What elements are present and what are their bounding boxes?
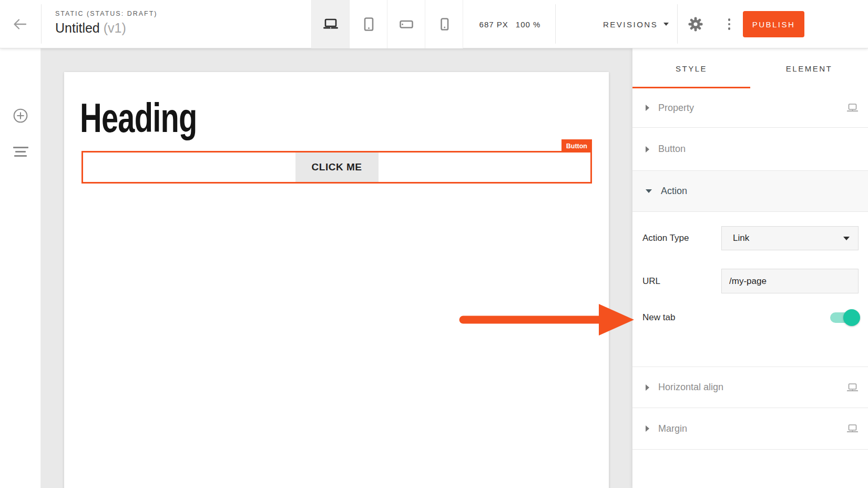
section-label: Horizontal align [658,382,723,393]
new-tab-label: New tab [642,312,721,323]
new-tab-field: New tab [642,304,859,331]
chevron-right-icon [646,384,649,391]
click-me-button[interactable]: CLICK ME [295,152,379,182]
revisions-dropdown-button[interactable]: REVISIONS [603,0,669,48]
url-field: URL [642,269,859,293]
zoom-level-value: 100 % [516,20,541,29]
section-horizontal-align[interactable]: Horizontal align [632,367,868,408]
divider [555,4,556,44]
viewport-info: 687 PX 100 % [465,0,555,48]
action-type-field: Action Type Link [642,226,859,250]
chevron-right-icon [646,105,649,111]
responsive-laptop-icon[interactable] [846,383,859,392]
tab-element[interactable]: ELEMENT [750,48,868,88]
back-button[interactable] [11,15,29,33]
responsive-laptop-icon[interactable] [846,103,859,113]
document-name: Untitled [55,21,100,35]
top-toolbar: STATIC (STATUS: DRAFT) Untitled (v1) [0,0,868,48]
action-type-label: Action Type [642,233,721,243]
inspector-tabs: STYLE ELEMENT [632,48,868,88]
add-circle-icon [13,108,28,124]
device-phone-landscape-button[interactable] [387,0,425,48]
add-element-button[interactable] [0,104,41,127]
action-type-value: Link [733,233,749,243]
toggle-knob [843,309,860,326]
kebab-dot [728,27,731,30]
url-label: URL [642,276,721,287]
viewport-width-value: 687 PX [479,20,508,29]
section-label: Action [661,186,687,197]
action-type-select[interactable]: Link [721,226,859,250]
section-label: Margin [658,423,687,434]
kebab-dot [728,18,731,21]
heading-element[interactable]: Heading [80,97,197,138]
publish-button[interactable]: PUBLISH [743,11,804,37]
arrow-left-icon [12,16,28,32]
kebab-dot [728,23,731,26]
action-section-body: Action Type Link URL New tab [632,212,868,367]
divider [41,4,42,44]
chevron-down-icon [663,23,669,26]
gear-icon [688,16,703,32]
tablet-icon [361,16,376,32]
section-label: Property [658,103,694,114]
layers-icon [13,147,28,157]
chevron-down-icon [843,237,850,240]
device-desktop-button[interactable] [312,0,350,48]
more-options-button[interactable] [725,16,733,33]
document-title-block: STATIC (STATUS: DRAFT) Untitled (v1) [55,10,157,36]
phone-landscape-icon [399,16,414,32]
section-margin[interactable]: Margin [632,408,868,450]
chevron-down-icon [646,189,652,193]
document-status: STATIC (STATUS: DRAFT) [55,10,157,17]
page-builder-app: STATIC (STATUS: DRAFT) Untitled (v1) [0,0,868,488]
section-button[interactable]: Button [632,128,868,171]
responsive-laptop-icon[interactable] [846,424,859,433]
layers-tree-button[interactable] [0,140,41,163]
left-tool-sidebar [0,48,41,488]
editor-canvas: Heading Button CLICK ME [41,48,632,488]
document-title: Untitled (v1) [55,21,157,36]
device-phone-portrait-button[interactable] [425,0,463,48]
laptop-icon [322,16,340,32]
new-tab-toggle[interactable] [830,312,859,323]
inspector-panel: STYLE ELEMENT Property Button Action [632,48,868,488]
revisions-label: REVISIONS [603,20,658,29]
section-action[interactable]: Action [632,171,868,212]
device-preview-switcher [311,0,463,48]
section-property[interactable]: Property [632,88,868,128]
section-label: Button [658,144,686,155]
selection-tag: Button [561,139,592,152]
page-artboard: Heading Button CLICK ME [64,72,609,488]
tab-style[interactable]: STYLE [632,48,750,88]
selected-button-element[interactable]: Button CLICK ME [81,151,592,184]
settings-button[interactable] [688,16,703,32]
device-tablet-button[interactable] [350,0,387,48]
divider [677,4,678,44]
document-version: (v1) [104,21,126,35]
chevron-right-icon [646,146,649,152]
chevron-right-icon [646,425,649,432]
phone-portrait-icon [436,16,452,32]
url-input[interactable] [721,269,859,293]
